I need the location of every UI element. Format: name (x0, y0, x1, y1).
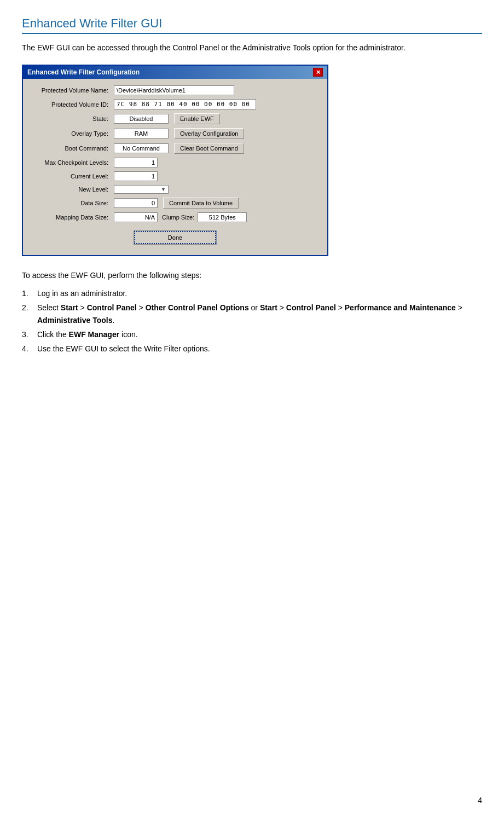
step-3-num: 3. (22, 328, 33, 342)
page-title: Enhanced Write Filter GUI (22, 16, 482, 34)
state-input (114, 114, 169, 124)
step-1: 1. Log in as an administrator. (22, 287, 482, 300)
current-level-input (114, 171, 158, 181)
max-checkpoint-label: Max Checkpoint Levels: (32, 159, 114, 166)
protected-volume-name-label: Protected Volume Name: (32, 87, 114, 94)
clump-size-input (198, 212, 247, 222)
new-level-label: New Level: (32, 186, 114, 193)
mapping-data-size-label: Mapping Data Size: (32, 214, 114, 221)
step-3-text: Click the EWF Manager icon. (37, 328, 138, 342)
max-checkpoint-row: Max Checkpoint Levels: (32, 158, 318, 167)
protected-volume-id-row: Protected Volume ID: (32, 99, 318, 109)
done-row: Done (32, 231, 318, 248)
data-size-input (114, 198, 158, 208)
ewf-dialog: Enhanced Write Filter Configuration ✕ Pr… (22, 65, 328, 256)
step-2: 2. Select Start > Control Panel > Other … (22, 302, 482, 328)
step-2-num: 2. (22, 302, 33, 328)
step-1-num: 1. (22, 287, 33, 300)
data-size-label: Data Size: (32, 200, 114, 206)
commit-data-button[interactable]: Commit Data to Volume (163, 198, 239, 209)
current-level-label: Current Level: (32, 173, 114, 180)
step-4-text: Use the EWF GUI to select the Write Filt… (37, 343, 210, 356)
clump-size-label: Clump Size: (162, 214, 194, 221)
chevron-down-icon: ▼ (161, 187, 166, 192)
done-button[interactable]: Done (134, 231, 216, 244)
boot-command-label: Boot Command: (32, 145, 114, 152)
max-checkpoint-input (114, 158, 158, 167)
page-number: 4 (478, 796, 482, 805)
overlay-type-input (114, 129, 169, 138)
enable-ewf-button[interactable]: Enable EWF (174, 113, 220, 124)
dialog-titlebar: Enhanced Write Filter Configuration ✕ (23, 66, 327, 79)
step-4-num: 4. (22, 343, 33, 356)
dialog-body: Protected Volume Name: Protected Volume … (23, 79, 327, 255)
mapping-data-size-row: Mapping Data Size: Clump Size: (32, 212, 318, 222)
new-level-select[interactable]: ▼ (114, 185, 169, 194)
steps-intro: To access the EWF GUI, perform the follo… (22, 269, 482, 281)
step-4: 4. Use the EWF GUI to select the Write F… (22, 343, 482, 356)
state-label: State: (32, 115, 114, 122)
data-size-row: Data Size: Commit Data to Volume (32, 198, 318, 209)
boot-command-input (114, 143, 169, 153)
new-level-row: New Level: ▼ (32, 185, 318, 194)
overlay-type-row: Overlay Type: Overlay Configuration (32, 128, 318, 139)
dialog-close-button[interactable]: ✕ (313, 68, 323, 77)
mapping-data-size-input (114, 212, 158, 222)
protected-volume-name-input[interactable] (114, 85, 234, 95)
boot-command-row: Boot Command: Clear Boot Command (32, 143, 318, 154)
dialog-title: Enhanced Write Filter Configuration (27, 68, 140, 76)
overlay-type-label: Overlay Type: (32, 130, 114, 137)
step-3: 3. Click the EWF Manager icon. (22, 328, 482, 342)
step-2-text: Select Start > Control Panel > Other Con… (37, 302, 482, 328)
steps-list: 1. Log in as an administrator. 2. Select… (22, 287, 482, 356)
current-level-row: Current Level: (32, 171, 318, 181)
overlay-configuration-button[interactable]: Overlay Configuration (174, 128, 244, 139)
state-row: State: Enable EWF (32, 113, 318, 124)
protected-volume-id-label: Protected Volume ID: (32, 101, 114, 108)
intro-text: The EWF GUI can be accessed through the … (22, 42, 482, 54)
protected-volume-name-row: Protected Volume Name: (32, 85, 318, 95)
clear-boot-command-button[interactable]: Clear Boot Command (174, 143, 244, 154)
step-1-text: Log in as an administrator. (37, 287, 127, 300)
protected-volume-id-input[interactable] (114, 99, 256, 109)
dialog-wrapper: Enhanced Write Filter Configuration ✕ Pr… (22, 65, 328, 256)
